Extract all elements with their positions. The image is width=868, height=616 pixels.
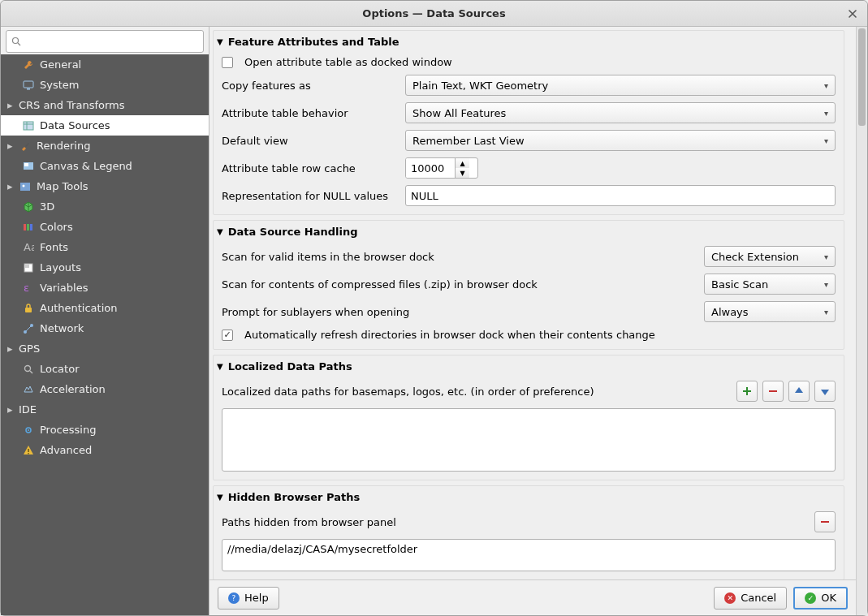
row-open-docked: Open attribute table as docked window xyxy=(214,53,844,71)
fonts-icon: Aa xyxy=(22,241,35,254)
sidebar-item-label: Processing xyxy=(40,424,96,436)
row-behavior: Attribute table behavior Show All Featur… xyxy=(214,99,844,127)
sidebar-item-locator[interactable]: Locator xyxy=(1,359,209,379)
sidebar-item-fonts[interactable]: AaFonts xyxy=(1,237,209,257)
add-path-button[interactable] xyxy=(736,381,758,402)
plus-icon xyxy=(741,386,753,397)
sidebar-item-colors[interactable]: Colors xyxy=(1,217,209,237)
spin-row-cache-input[interactable] xyxy=(406,158,455,178)
section-header-localized[interactable]: ▼ Localized Data Paths xyxy=(214,355,844,377)
svg-rect-12 xyxy=(27,224,29,230)
label-scan-valid: Scan for valid items in the browser dock xyxy=(222,251,697,263)
remove-path-button[interactable] xyxy=(762,381,784,402)
network-icon xyxy=(22,322,35,335)
close-icon xyxy=(848,9,857,19)
sidebar-item-label: Data Sources xyxy=(40,119,110,131)
sidebar-item-crs-and-transforms[interactable]: ▸CRS and Transforms xyxy=(1,95,209,115)
accel-icon xyxy=(22,383,35,396)
close-button[interactable] xyxy=(844,6,861,22)
help-button[interactable]: ? Help xyxy=(218,587,279,610)
label-behavior: Attribute table behavior xyxy=(222,107,399,119)
combo-behavior[interactable]: Show All Features ▾ xyxy=(405,102,836,123)
sidebar-item-variables[interactable]: εVariables xyxy=(1,278,209,298)
sidebar-item-authentication[interactable]: Authentication xyxy=(1,298,209,318)
spin-up-button[interactable]: ▲ xyxy=(456,158,469,168)
spin-down-button[interactable]: ▼ xyxy=(456,168,469,178)
svg-rect-18 xyxy=(25,308,32,312)
gear-icon xyxy=(22,424,35,437)
wrench-icon xyxy=(22,58,35,71)
hidden-paths-list[interactable]: //media/delazj/CASA/mysecretfolder xyxy=(222,539,836,571)
combo-default-view[interactable]: Remember Last View ▾ xyxy=(405,130,836,151)
combo-copy-as[interactable]: Plain Text, WKT Geometry ▾ xyxy=(405,75,836,96)
input-null-repr[interactable] xyxy=(405,185,836,206)
sidebar-search-input[interactable] xyxy=(26,36,198,48)
cube-icon xyxy=(22,200,35,213)
combo-prompt-sublayers[interactable]: Always ▾ xyxy=(704,301,836,322)
combo-scan-valid[interactable]: Check Extension ▾ xyxy=(704,246,836,267)
combo-behavior-value: Show All Features xyxy=(412,107,506,119)
sidebar-item-label: Authentication xyxy=(40,302,117,314)
spin-row-cache[interactable]: ▲ ▼ xyxy=(405,157,478,179)
sidebar-item-rendering[interactable]: ▸Rendering xyxy=(1,136,209,156)
sidebar-item-general[interactable]: General xyxy=(1,54,209,75)
section-header-feature-attributes[interactable]: ▼ Feature Attributes and Table xyxy=(214,31,844,53)
sidebar-item-data-sources[interactable]: Data Sources xyxy=(1,115,209,136)
remove-hidden-path-button[interactable] xyxy=(814,511,836,532)
sidebar-item-layouts[interactable]: Layouts xyxy=(1,257,209,278)
sidebar-item-acceleration[interactable]: Acceleration xyxy=(1,379,209,399)
svg-line-1 xyxy=(18,43,20,45)
minus-icon xyxy=(767,386,779,397)
sidebar-item-network[interactable]: Network xyxy=(1,318,209,338)
section-header-hidden[interactable]: ▼ Hidden Browser Paths xyxy=(214,486,844,508)
chevron-right-icon: ▸ xyxy=(7,342,14,355)
sidebar-item-3d[interactable]: 3D xyxy=(1,196,209,217)
row-scan-zip: Scan for contents of compressed files (.… xyxy=(214,270,844,298)
row-localized-desc: Localized data paths for basemaps, logos… xyxy=(214,377,844,405)
lock-icon xyxy=(22,302,35,315)
sidebar-item-map-tools[interactable]: ▸Map Tools xyxy=(1,176,209,196)
section-feature-attributes: ▼ Feature Attributes and Table Open attr… xyxy=(213,30,844,215)
sidebar-item-system[interactable]: System xyxy=(1,75,209,95)
canvas-icon xyxy=(22,160,35,173)
cancel-button[interactable]: ✕ Cancel xyxy=(714,587,787,610)
hidden-path-item[interactable]: //media/delazj/CASA/mysecretfolder xyxy=(227,543,830,555)
combo-scan-zip[interactable]: Basic Scan ▾ xyxy=(704,274,836,295)
sidebar-item-canvas-legend[interactable]: Canvas & Legend xyxy=(1,156,209,176)
row-copy-as: Copy features as Plain Text, WKT Geometr… xyxy=(214,71,844,99)
checkbox-open-docked[interactable] xyxy=(222,57,233,68)
ok-button[interactable]: ✓ OK xyxy=(793,587,848,610)
content-panel: ▼ Feature Attributes and Table Open attr… xyxy=(209,27,856,615)
content-scroller[interactable]: ▼ Feature Attributes and Table Open attr… xyxy=(209,27,856,579)
label-prompt-sublayers: Prompt for sublayers when opening xyxy=(222,306,697,318)
sidebar-item-processing[interactable]: Processing xyxy=(1,420,209,440)
chevron-right-icon: ▸ xyxy=(7,403,14,416)
sidebar-item-label: IDE xyxy=(19,403,37,416)
sidebar-search[interactable] xyxy=(6,30,204,53)
svg-point-0 xyxy=(13,38,19,44)
table-icon xyxy=(22,119,35,132)
chevron-down-icon: ▼ xyxy=(217,362,223,371)
monitor-icon xyxy=(22,79,35,92)
label-open-docked: Open attribute table as docked window xyxy=(244,56,452,68)
row-hidden-desc: Paths hidden from browser panel xyxy=(214,508,844,536)
move-down-button[interactable] xyxy=(814,381,836,402)
localized-paths-list[interactable] xyxy=(222,408,836,472)
sidebar-item-gps[interactable]: ▸GPS xyxy=(1,338,209,359)
combo-scan-zip-value: Basic Scan xyxy=(711,278,768,291)
scrollbar-thumb[interactable] xyxy=(858,28,866,126)
search-icon xyxy=(11,37,21,46)
sidebar-item-label: CRS and Transforms xyxy=(19,99,125,111)
section-title: Hidden Browser Paths xyxy=(228,491,360,503)
section-header-handling[interactable]: ▼ Data Source Handling xyxy=(214,221,844,243)
svg-rect-11 xyxy=(24,224,26,230)
sidebar-tree[interactable]: GeneralSystem▸CRS and TransformsData Sou… xyxy=(1,54,209,615)
svg-line-23 xyxy=(30,371,32,373)
checkbox-auto-refresh[interactable] xyxy=(222,330,233,341)
chevron-down-icon: ▾ xyxy=(824,252,828,261)
sidebar-item-label: Fonts xyxy=(40,241,68,253)
vertical-scrollbar[interactable] xyxy=(856,27,867,615)
move-up-button[interactable] xyxy=(788,381,810,402)
sidebar-item-advanced[interactable]: Advanced xyxy=(1,440,209,460)
sidebar-item-ide[interactable]: ▸IDE xyxy=(1,399,209,420)
